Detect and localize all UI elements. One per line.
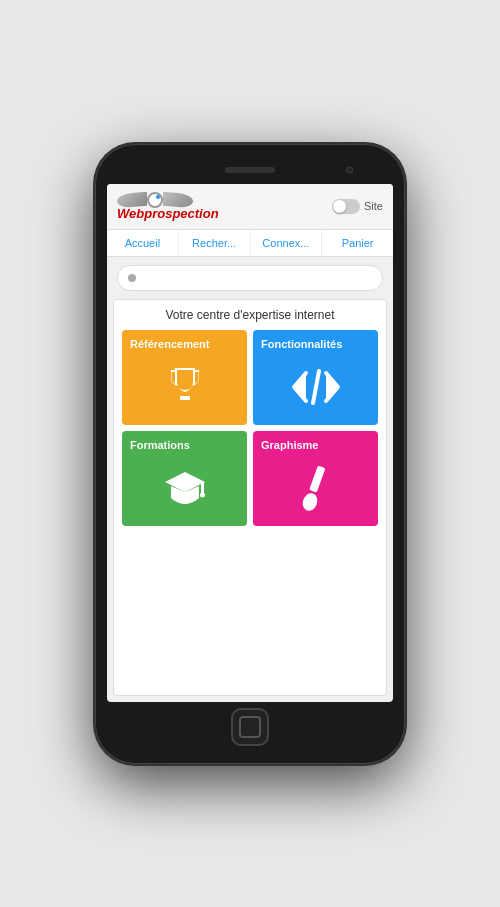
svg-point-5 <box>300 491 319 512</box>
grid-item-label-referencement: Référencement <box>130 338 209 350</box>
site-label: Site <box>364 200 383 212</box>
phone-home-button[interactable] <box>231 708 269 746</box>
phone-top-bar <box>107 156 393 184</box>
phone-bottom-bar <box>107 702 393 752</box>
logo-wings <box>117 192 193 208</box>
main-content: Votre centre d'expertise internet Référe… <box>113 299 387 696</box>
phone-speaker <box>225 167 275 173</box>
search-dot-icon <box>128 274 136 282</box>
grid-item-formations[interactable]: Formations <box>122 431 247 526</box>
grid-icon-code <box>261 358 370 417</box>
globe-icon <box>147 192 163 208</box>
search-bar <box>107 257 393 299</box>
svg-rect-2 <box>201 482 204 494</box>
phone-device: Webprospection Site Accueil Recher... Co… <box>95 144 405 764</box>
screen-header: Webprospection Site <box>107 184 393 230</box>
grid-item-fonctionnalites[interactable]: Fonctionnalités <box>253 330 378 425</box>
logo-text: Webprospection <box>117 206 219 221</box>
toggle-knob <box>333 200 346 213</box>
globe-dot <box>156 195 160 199</box>
tab-accueil[interactable]: Accueil <box>107 230 179 256</box>
search-input[interactable] <box>117 265 383 291</box>
wing-right-icon <box>163 191 193 208</box>
logo-area: Webprospection <box>117 192 219 221</box>
tab-connexion[interactable]: Connex... <box>251 230 323 256</box>
grid-icon-brush <box>261 459 370 518</box>
svg-line-0 <box>313 371 319 403</box>
grid-item-graphisme[interactable]: Graphisme <box>253 431 378 526</box>
graduation-svg-icon <box>161 468 209 508</box>
tab-panier[interactable]: Panier <box>322 230 393 256</box>
trophy-svg-icon <box>167 366 203 408</box>
nav-tabs: Accueil Recher... Connex... Panier <box>107 230 393 257</box>
site-toggle[interactable]: Site <box>332 199 383 214</box>
phone-camera <box>346 166 353 173</box>
grid-item-label-formations: Formations <box>130 439 190 451</box>
wing-left-icon <box>117 191 147 208</box>
grid-item-referencement[interactable]: Référencement <box>122 330 247 425</box>
code-svg-icon <box>291 369 341 405</box>
svg-point-3 <box>200 493 205 498</box>
phone-screen: Webprospection Site Accueil Recher... Co… <box>107 184 393 702</box>
brush-svg-icon <box>295 464 337 512</box>
tab-recherche[interactable]: Recher... <box>179 230 251 256</box>
tagline: Votre centre d'expertise internet <box>122 308 378 322</box>
grid-item-label-fonctionnalites: Fonctionnalités <box>261 338 342 350</box>
grid-icon-trophy <box>130 358 239 417</box>
grid-icon-graduation <box>130 459 239 518</box>
grid-item-label-graphisme: Graphisme <box>261 439 318 451</box>
toggle-switch[interactable] <box>332 199 360 214</box>
svg-rect-4 <box>309 465 325 492</box>
grid: Référencement Fonctionnalités <box>122 330 378 526</box>
